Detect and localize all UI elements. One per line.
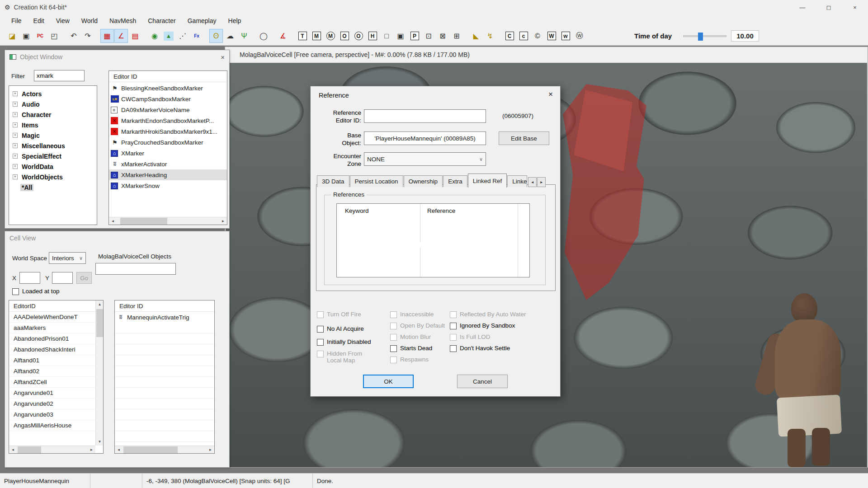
checkbox-icon[interactable] [450, 345, 457, 352]
checkbox-icon[interactable] [317, 339, 324, 346]
path-grid-icon[interactable]: ⋰ [176, 29, 189, 43]
editor-id-row[interactable]: × MarkarthEndonSandboxMarketP... [109, 115, 227, 126]
expand-plus-icon[interactable]: + [13, 133, 18, 138]
dialog-tab[interactable]: 3D Data [317, 175, 349, 187]
trowel-icon[interactable]: ◣ [469, 29, 483, 43]
cell-row[interactable]: Angarvunde02 [9, 399, 95, 409]
object-category-tree[interactable]: + Actors + Audio + Character + Items [9, 85, 97, 225]
menu-item[interactable]: Gameplay [182, 15, 222, 26]
flag-checkbox[interactable]: Open By Default [390, 323, 458, 329]
room-bounds-icon[interactable]: ▣ [394, 29, 407, 43]
x-coordinate-input[interactable] [19, 272, 40, 284]
grass-icon[interactable]: Ψ [237, 29, 251, 43]
checkbox-icon[interactable] [450, 323, 457, 329]
dialog-tab[interactable]: Linked Ref [468, 174, 507, 188]
checkbox-icon[interactable] [12, 288, 19, 295]
editor-id-row[interactable]: ⌂ XMarker [109, 148, 227, 159]
scrollbar-thumb[interactable] [120, 218, 167, 225]
scroll-down-icon[interactable] [96, 438, 104, 446]
marker-p-icon[interactable]: P [408, 29, 421, 43]
y-coordinate-input[interactable] [52, 272, 73, 284]
menu-item[interactable]: NavMesh [104, 15, 142, 26]
editor-id-row[interactable]: LR CWCampSandboxMarker [109, 94, 227, 104]
circled-c-icon[interactable]: © [531, 29, 544, 43]
flag-checkbox[interactable]: Hidden From Local Map [317, 351, 385, 364]
local-map-icon[interactable]: ▤ [128, 29, 142, 43]
scrollbar-thumb[interactable] [123, 446, 178, 453]
expand-plus-icon[interactable]: + [13, 174, 18, 179]
time-of-day-slider[interactable] [683, 35, 726, 37]
close-button[interactable]: × [842, 0, 868, 14]
checkbox-icon[interactable] [390, 311, 397, 318]
preferences-icon[interactable]: ◰ [47, 29, 61, 43]
scroll-left-icon[interactable] [9, 446, 17, 454]
editor-id-row[interactable]: ⚑ BlessingKneelSandboxMarker [109, 83, 227, 94]
world-space-select[interactable]: Interiors ∨ [49, 252, 86, 264]
dialog-tab[interactable]: Linke [507, 175, 527, 187]
flag-checkbox[interactable]: Respawns [390, 357, 458, 363]
undo-icon[interactable]: ↶ [67, 29, 80, 43]
cancel-button[interactable]: Cancel [457, 375, 508, 388]
tree-item[interactable]: + Character [9, 109, 97, 120]
keyword-column-header[interactable]: Keyword [345, 207, 369, 214]
cell-row[interactable]: aaaMarkers [9, 323, 95, 333]
snap-to-grid-icon[interactable]: ▦ [100, 29, 114, 43]
menu-item[interactable]: View [50, 15, 75, 26]
reference-column-header[interactable]: Reference [427, 207, 455, 214]
expand-plus-icon[interactable]: + [13, 143, 18, 148]
tree-item[interactable]: + Magic [9, 130, 97, 141]
references-table[interactable]: Keyword Reference [336, 203, 530, 277]
cube-c-icon[interactable]: c [517, 29, 530, 43]
tab-scroll-right-icon[interactable] [537, 177, 546, 187]
marker-t-icon[interactable]: T [296, 29, 309, 43]
cell-objects-header[interactable]: Editor ID [115, 300, 214, 312]
sound-fx-icon[interactable]: Fx [190, 29, 203, 43]
checkbox-icon[interactable] [317, 326, 324, 333]
circled-m-icon[interactable]: M [324, 29, 337, 43]
no-portal-icon[interactable]: ⊠ [436, 29, 449, 43]
checkbox-icon[interactable] [450, 311, 457, 318]
encounter-zone-select[interactable]: NONE ∨ [364, 152, 486, 166]
tree-item[interactable]: *All [9, 182, 97, 192]
cell-objects-filter-input[interactable] [95, 263, 176, 275]
slider-thumb-icon[interactable] [698, 33, 703, 41]
cell-view-titlebar[interactable]: Cell View [5, 231, 229, 245]
scroll-right-icon[interactable] [207, 446, 214, 454]
flag-checkbox[interactable]: Inaccessible [390, 311, 458, 318]
checkbox-icon[interactable] [450, 334, 457, 341]
tree-item[interactable]: + Items [9, 120, 97, 130]
save-icon[interactable]: ▣ [19, 29, 33, 43]
cell-row[interactable]: AAADeleteWhenDoneT [9, 312, 95, 323]
checkbox-icon[interactable] [390, 323, 397, 329]
cell-list[interactable]: EditorID AAADeleteWhenDoneTaaaMarkersAba… [9, 300, 104, 454]
menu-item[interactable]: Edit [28, 15, 50, 26]
cell-row[interactable]: Alftand01 [9, 355, 95, 366]
filter-input[interactable] [34, 70, 85, 81]
scrollbar-thumb[interactable] [96, 309, 103, 337]
tree-item[interactable]: + WorldData [9, 161, 97, 172]
flag-checkbox[interactable]: Ignored By Sandbox [450, 323, 556, 329]
cube-o-icon[interactable]: O [352, 29, 365, 43]
cell-row[interactable]: Alftand02 [9, 366, 95, 377]
cell-row[interactable]: AbandonedPrison01 [9, 333, 95, 344]
editor-id-row[interactable]: × MarkarthHrokiSandboxMarker9x1... [109, 126, 227, 137]
editor-id-row[interactable]: ⚑ PrayCrouchedSandboxMarker [109, 137, 227, 148]
scrollbar-thumb[interactable] [18, 446, 41, 453]
scroll-left-icon[interactable] [109, 217, 117, 225]
dialog-tab[interactable]: Extra [443, 175, 467, 187]
flag-checkbox[interactable]: No AI Acquire [317, 326, 385, 333]
menu-item[interactable]: File [5, 15, 28, 26]
cell-object-row[interactable]: ʬ MannequinActivateTrig [115, 312, 214, 323]
dialog-tab[interactable]: Persist Location [350, 175, 403, 187]
open-icon[interactable]: ◪ [5, 29, 19, 43]
tree-item[interactable]: + SpecialEffect [9, 151, 97, 161]
expand-plus-icon[interactable]: + [13, 154, 18, 159]
marker-h-icon[interactable]: H [366, 29, 379, 43]
dialog-tab[interactable]: Ownership [404, 175, 443, 187]
editor-id-row[interactable]: ⌂ XMarkerHeading [109, 169, 227, 180]
vertical-scrollbar[interactable] [95, 300, 103, 446]
cell-row[interactable]: AbandonedShackInteri [9, 344, 95, 355]
export-pc-icon[interactable]: PC [33, 29, 47, 43]
flag-checkbox[interactable]: Don't Havok Settle [450, 345, 556, 352]
cell-objects-list[interactable]: Editor ID ʬ MannequinActivateTrig [114, 300, 215, 454]
